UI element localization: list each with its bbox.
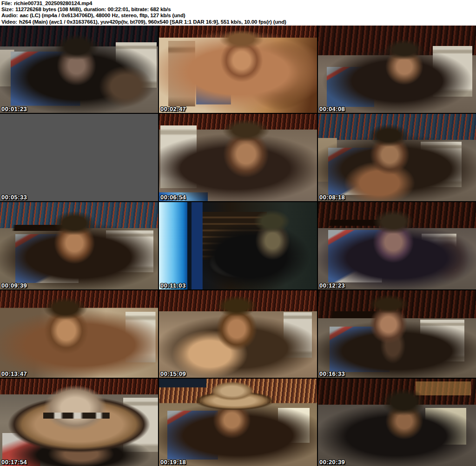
thumbnail-cell[interactable]: 00:13:47 (0, 290, 158, 378)
thumbnail-cell[interactable]: 00:17:54 (0, 379, 158, 466)
header-line-size: Size:112726268 bytes (108 MiB), duration… (1, 7, 476, 13)
timestamp-overlay: 00:06:54 (160, 194, 186, 200)
timestamp-overlay: 00:20:39 (319, 459, 345, 465)
timestamp-overlay: 00:12:23 (319, 282, 345, 289)
thumbnail-cell[interactable]: 00:05:33 (0, 114, 158, 201)
timestamp-overlay: 00:17:54 (1, 459, 27, 465)
thumbnail-grid: 00:01:23 00:02:47 00:04:08 00:05:33 00:0… (0, 26, 476, 466)
thumbnail-cell[interactable]: 00:01:23 (0, 26, 158, 113)
video-contact-sheet: File:richie00731_202509280124.mp4 Size:1… (0, 0, 476, 466)
timestamp-overlay: 00:11:03 (160, 282, 186, 289)
timestamp-overlay: 00:02:47 (160, 106, 186, 112)
thumbnail-cell[interactable]: 00:12:23 (318, 202, 476, 289)
video-value: h264 (Main) (avc1 / 0x31637661), yuv420p… (19, 19, 286, 25)
metadata-header: File:richie00731_202509280124.mp4 Size:1… (0, 0, 476, 26)
timestamp-overlay: 00:04:08 (319, 106, 345, 112)
header-line-file: File:richie00731_202509280124.mp4 (1, 0, 476, 7)
timestamp-overlay: 00:05:33 (1, 194, 27, 200)
timestamp-overlay: 00:01:23 (1, 106, 27, 112)
header-line-video: Video:h264 (Main) (avc1 / 0x31637661), y… (1, 19, 476, 25)
file-label: File: (1, 0, 12, 6)
timestamp-overlay: 00:19:18 (160, 459, 186, 465)
thumbnail-cell[interactable]: 00:15:09 (159, 290, 317, 378)
timestamp-overlay: 00:15:09 (160, 371, 186, 377)
thumbnail-cell[interactable]: 00:04:08 (318, 26, 476, 113)
thumbnail-cell[interactable]: 00:09:39 (0, 202, 158, 289)
size-label: Size: (1, 7, 13, 12)
thumbnail-cell[interactable]: 00:06:54 (159, 114, 317, 201)
thumbnail-cell[interactable]: 00:16:33 (318, 290, 476, 378)
thumbnail-cell[interactable]: 00:02:47 (159, 26, 317, 113)
thumbnail-cell[interactable]: 00:08:18 (318, 114, 476, 201)
audio-value: aac (LC) (mp4a / 0x6134706D), 48000 Hz, … (20, 13, 185, 18)
thumbnail-cell[interactable]: 00:19:18 (159, 379, 317, 466)
timestamp-overlay: 00:13:47 (1, 371, 27, 377)
audio-label: Audio: (1, 13, 18, 18)
timestamp-overlay: 00:16:33 (319, 371, 345, 377)
header-line-audio: Audio:aac (LC) (mp4a / 0x6134706D), 4800… (1, 13, 476, 19)
thumbnail-cell[interactable]: 00:11:03 (159, 202, 317, 289)
file-value: richie00731_202509280124.mp4 (14, 0, 92, 6)
timestamp-overlay: 00:09:39 (1, 282, 27, 289)
size-value: 112726268 bytes (108 MiB), duration: 00:… (15, 7, 171, 12)
video-label: Video: (1, 19, 17, 25)
timestamp-overlay: 00:08:18 (319, 194, 345, 200)
thumbnail-cell[interactable]: 00:20:39 (318, 379, 476, 466)
